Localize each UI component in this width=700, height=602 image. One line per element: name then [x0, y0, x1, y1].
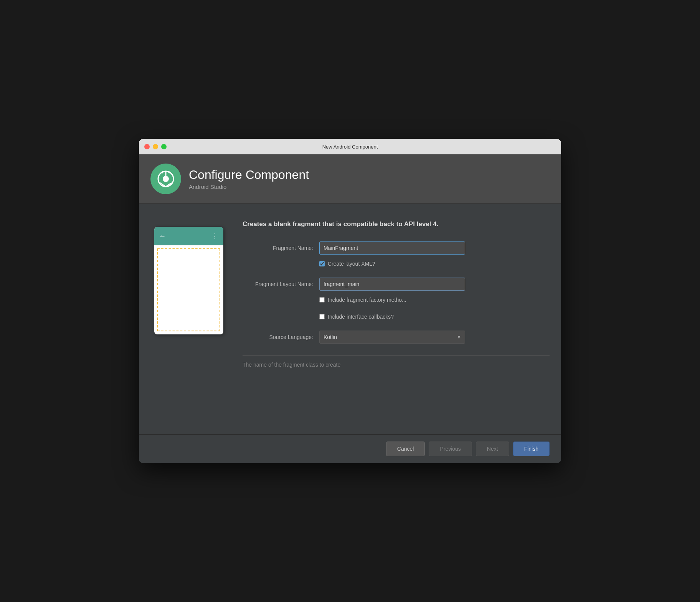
main-window: New Android Component Configure Componen… — [139, 139, 561, 463]
finish-button[interactable]: Finish — [513, 442, 550, 456]
window-controls — [144, 144, 167, 149]
include-factory-checkbox[interactable] — [319, 297, 325, 303]
maximize-button[interactable] — [161, 144, 167, 149]
source-language-select-wrapper: Java Kotlin ▼ — [319, 331, 465, 344]
create-layout-label[interactable]: Create layout XML? — [328, 261, 375, 267]
fragment-name-label: Fragment Name: — [243, 245, 319, 251]
close-button[interactable] — [144, 144, 150, 149]
header-section: Configure Component Android Studio — [139, 154, 561, 204]
content-area: ← ⋮ Creates a blank fragment that is com… — [139, 204, 561, 434]
fragment-layout-input[interactable] — [319, 278, 465, 291]
phone-content-area — [157, 248, 220, 331]
fragment-name-control — [319, 241, 550, 255]
next-button[interactable]: Next — [476, 442, 509, 456]
fragment-name-row: Fragment Name: — [243, 241, 550, 255]
title-bar: New Android Component — [139, 139, 561, 154]
include-factory-label[interactable]: Include fragment factory metho... — [328, 297, 406, 303]
form-divider — [243, 355, 550, 356]
fragment-layout-name-row: Fragment Layout Name: — [243, 278, 550, 291]
create-layout-checkbox-row: Create layout XML? — [319, 261, 375, 267]
logo-container — [150, 164, 181, 194]
android-studio-logo — [156, 169, 175, 189]
include-callbacks-checkbox-row: Include interface callbacks? — [319, 314, 394, 320]
page-title: Configure Component — [189, 168, 309, 182]
phone-menu-icon: ⋮ — [211, 232, 219, 240]
include-callbacks-label[interactable]: Include interface callbacks? — [328, 314, 394, 320]
source-language-control: Java Kotlin ▼ — [319, 331, 550, 344]
source-language-label: Source Language: — [243, 334, 319, 340]
minimize-button[interactable] — [153, 144, 158, 149]
source-language-row: Source Language: Java Kotlin ▼ — [243, 331, 550, 344]
form-panel: Creates a blank fragment that is compati… — [243, 219, 550, 419]
preview-panel: ← ⋮ — [150, 219, 227, 419]
header-text: Configure Component Android Studio — [189, 168, 309, 190]
create-layout-checkbox[interactable] — [319, 261, 325, 266]
phone-toolbar: ← ⋮ — [154, 227, 223, 245]
source-language-select[interactable]: Java Kotlin — [319, 331, 465, 344]
phone-back-icon: ← — [159, 232, 166, 240]
fragment-layout-label: Fragment Layout Name: — [243, 281, 319, 287]
cancel-button[interactable]: Cancel — [386, 442, 425, 456]
footer-buttons: Cancel Previous Next Finish — [139, 434, 561, 463]
svg-point-4 — [168, 172, 170, 174]
hint-text: The name of the fragment class to create — [243, 362, 550, 368]
create-layout-row: Create layout XML? — [319, 261, 550, 271]
include-callbacks-row: Include interface callbacks? — [319, 314, 550, 324]
fragment-name-input[interactable] — [319, 241, 465, 255]
svg-point-1 — [163, 176, 169, 182]
window-title: New Android Component — [322, 144, 378, 150]
svg-point-3 — [162, 172, 163, 174]
include-callbacks-checkbox[interactable] — [319, 314, 325, 319]
description-text: Creates a blank fragment that is compati… — [243, 219, 550, 229]
previous-button[interactable]: Previous — [429, 442, 472, 456]
fragment-layout-control — [319, 278, 550, 291]
include-factory-row: Include fragment factory metho... — [319, 297, 550, 308]
include-factory-checkbox-row: Include fragment factory metho... — [319, 297, 406, 303]
page-subtitle: Android Studio — [189, 184, 309, 190]
phone-mockup: ← ⋮ — [154, 227, 223, 334]
